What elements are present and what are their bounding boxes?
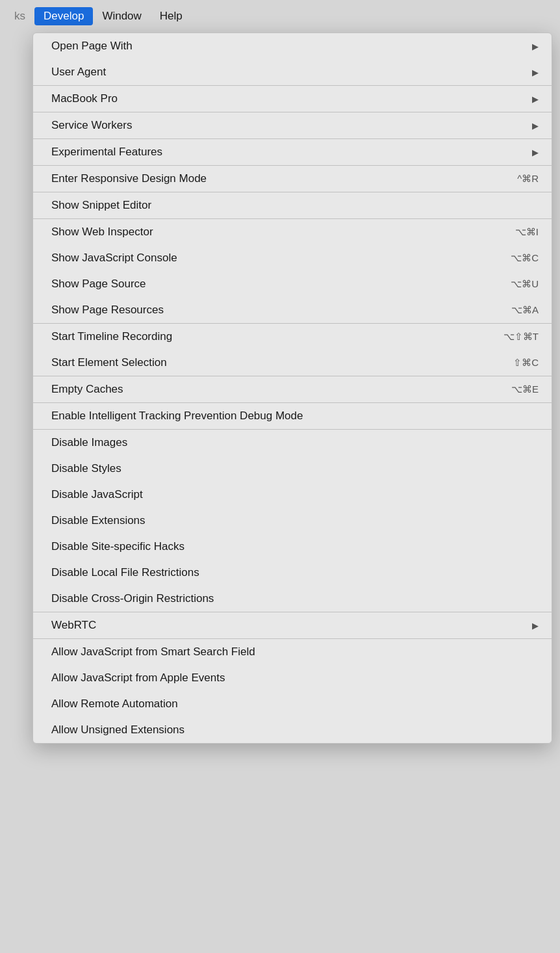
menu-section-7: Show Web Inspector ⌥⌘I Show JavaScript C… bbox=[33, 219, 552, 324]
menu-item-disable-local-file-restrictions[interactable]: Disable Local File Restrictions bbox=[33, 560, 552, 586]
menu-item-macbook-pro[interactable]: MacBook Pro ▶ bbox=[33, 86, 552, 112]
menu-item-start-timeline-recording[interactable]: Start Timeline Recording ⌥⇧⌘T bbox=[33, 324, 552, 350]
menubar-item-bookmarks[interactable]: ks bbox=[5, 7, 34, 25]
menu-item-show-javascript-console[interactable]: Show JavaScript Console ⌥⌘C bbox=[33, 245, 552, 271]
menu-item-experimental-features[interactable]: Experimental Features ▶ bbox=[33, 139, 552, 165]
menu-item-responsive-design-mode[interactable]: Enter Responsive Design Mode ^⌘R bbox=[33, 166, 552, 192]
menu-item-empty-caches[interactable]: Empty Caches ⌥⌘E bbox=[33, 376, 552, 402]
menu-item-allow-js-apple-events[interactable]: Allow JavaScript from Apple Events bbox=[33, 665, 552, 691]
menu-section-13: Allow JavaScript from Smart Search Field… bbox=[33, 639, 552, 743]
menu-item-disable-extensions[interactable]: Disable Extensions bbox=[33, 508, 552, 534]
menu-item-disable-site-specific-hacks[interactable]: Disable Site-specific Hacks bbox=[33, 534, 552, 560]
submenu-arrow: ▶ bbox=[532, 42, 539, 51]
submenu-arrow: ▶ bbox=[532, 121, 539, 131]
menu-item-allow-unsigned-extensions[interactable]: Allow Unsigned Extensions bbox=[33, 717, 552, 743]
menubar-item-window[interactable]: Window bbox=[93, 7, 150, 25]
menu-section-8: Start Timeline Recording ⌥⇧⌘T Start Elem… bbox=[33, 324, 552, 376]
menu-item-enable-itp-debug[interactable]: Enable Intelligent Tracking Prevention D… bbox=[33, 403, 552, 429]
menu-item-show-web-inspector[interactable]: Show Web Inspector ⌥⌘I bbox=[33, 219, 552, 245]
menu-item-open-page-with[interactable]: Open Page With ▶ bbox=[33, 33, 552, 59]
menu-section-6: Show Snippet Editor bbox=[33, 192, 552, 219]
menu-section-11: Disable Images Disable Styles Disable Ja… bbox=[33, 430, 552, 612]
menu-section-5: Enter Responsive Design Mode ^⌘R bbox=[33, 166, 552, 192]
menu-item-show-page-source[interactable]: Show Page Source ⌥⌘U bbox=[33, 271, 552, 297]
menu-item-disable-javascript[interactable]: Disable JavaScript bbox=[33, 482, 552, 508]
menu-item-allow-js-smart-search[interactable]: Allow JavaScript from Smart Search Field bbox=[33, 639, 552, 665]
menu-item-disable-cross-origin-restrictions[interactable]: Disable Cross-Origin Restrictions bbox=[33, 586, 552, 612]
menu-item-service-workers[interactable]: Service Workers ▶ bbox=[33, 112, 552, 138]
menu-item-disable-images[interactable]: Disable Images bbox=[33, 430, 552, 456]
menu-item-show-page-resources[interactable]: Show Page Resources ⌥⌘A bbox=[33, 297, 552, 323]
submenu-arrow: ▶ bbox=[532, 68, 539, 77]
submenu-arrow: ▶ bbox=[532, 94, 539, 104]
menu-section-4: Experimental Features ▶ bbox=[33, 139, 552, 166]
menu-item-start-element-selection[interactable]: Start Element Selection ⇧⌘C bbox=[33, 350, 552, 376]
develop-menu: Open Page With ▶ User Agent ▶ MacBook Pr… bbox=[32, 33, 552, 744]
menu-section-2: MacBook Pro ▶ bbox=[33, 86, 552, 112]
menubar-item-develop[interactable]: Develop bbox=[34, 7, 93, 25]
menu-item-show-snippet-editor[interactable]: Show Snippet Editor bbox=[33, 192, 552, 218]
menu-section-10: Enable Intelligent Tracking Prevention D… bbox=[33, 403, 552, 430]
menu-section-1: Open Page With ▶ User Agent ▶ bbox=[33, 33, 552, 86]
menu-item-webrtc[interactable]: WebRTC ▶ bbox=[33, 612, 552, 638]
menu-section-3: Service Workers ▶ bbox=[33, 112, 552, 139]
menu-item-disable-styles[interactable]: Disable Styles bbox=[33, 456, 552, 482]
menu-item-user-agent[interactable]: User Agent ▶ bbox=[33, 59, 552, 85]
menubar-item-help[interactable]: Help bbox=[151, 7, 192, 25]
submenu-arrow: ▶ bbox=[532, 621, 539, 631]
menu-item-allow-remote-automation[interactable]: Allow Remote Automation bbox=[33, 691, 552, 717]
submenu-arrow: ▶ bbox=[532, 148, 539, 157]
menu-bar: ks Develop Window Help bbox=[0, 0, 560, 33]
menu-section-9: Empty Caches ⌥⌘E bbox=[33, 376, 552, 403]
menu-section-12: WebRTC ▶ bbox=[33, 612, 552, 639]
